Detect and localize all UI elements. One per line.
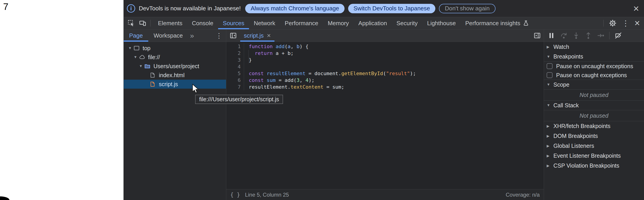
infobar-actions: Always match Chrome's languageSwitch Dev…: [245, 4, 496, 13]
code-line[interactable]: 5const resultElement = document.getEleme…: [226, 70, 544, 77]
collapsed-arrow-icon: ▶: [547, 45, 554, 49]
infobar-button-don-t-show-again[interactable]: Don't show again: [439, 4, 496, 13]
line-number[interactable]: 7: [226, 84, 244, 90]
expanded-arrow-icon[interactable]: ▼: [127, 46, 133, 50]
expanded-arrow-icon: ▼: [547, 55, 554, 59]
expanded-arrow-icon[interactable]: ▼: [132, 55, 138, 59]
section-breakpoints[interactable]: ▼Breakpoints: [544, 52, 644, 62]
tab-network[interactable]: Network: [249, 17, 280, 29]
file-tab-scriptjs[interactable]: script.js ×: [240, 29, 274, 42]
tab-application[interactable]: Application: [354, 17, 392, 29]
step-over-icon[interactable]: [560, 32, 568, 39]
checkbox-box[interactable]: [547, 63, 552, 69]
checkbox-box[interactable]: [547, 72, 552, 78]
code-editor[interactable]: 1function add(a, b) {2 return a + b;3}45…: [226, 42, 544, 189]
editor-tab-strip: script.js ×: [226, 29, 544, 42]
tree-item-script-js[interactable]: script.js: [124, 80, 226, 89]
devtools-close-icon[interactable]: ×: [634, 18, 640, 28]
navigator-kebab-icon[interactable]: ⋮: [216, 29, 226, 42]
tab-elements[interactable]: Elements: [153, 17, 187, 29]
step-out-icon[interactable]: [584, 32, 592, 39]
step-into-icon[interactable]: [572, 32, 580, 39]
collapsed-arrow-icon: ▶: [547, 164, 554, 168]
code-line-text: function add(a, b) {: [244, 43, 308, 50]
main-tabs: ElementsConsoleSourcesNetworkPerformance…: [153, 17, 534, 29]
section-global-listeners[interactable]: ▶Global Listeners: [544, 141, 644, 151]
code-line[interactable]: 3}: [226, 57, 544, 63]
step-icon[interactable]: [597, 32, 605, 39]
more-tabs-icon[interactable]: »: [188, 29, 196, 42]
code-line-text: resultElement.textContent = sum;: [244, 84, 344, 90]
tree-item-label: top: [143, 45, 150, 51]
language-infobar: i DevTools is now available in Japanese!…: [124, 0, 644, 17]
tab-page[interactable]: Page: [124, 29, 148, 42]
section-csp-violation-breakpoints[interactable]: ▶CSP Violation Breakpoints: [544, 161, 644, 171]
toolbar-separator: [150, 20, 150, 26]
section-event-listener-breakpoints[interactable]: ▶Event Listener Breakpoints: [544, 151, 644, 161]
expanded-arrow-icon[interactable]: ▼: [138, 64, 144, 68]
device-toolbar-icon[interactable]: [138, 19, 147, 27]
inspect-element-icon[interactable]: [127, 19, 135, 27]
settings-gear-icon[interactable]: [608, 19, 617, 27]
debugger-sidebar: ▶Watch▼BreakpointsPause on uncaught exce…: [544, 29, 644, 200]
tree-item-index-html[interactable]: index.html: [124, 71, 226, 80]
section-watch[interactable]: ▶Watch: [544, 42, 644, 52]
infobar-close-icon[interactable]: ×: [633, 3, 639, 13]
deactivate-breakpoints-icon[interactable]: [614, 32, 622, 39]
line-number[interactable]: 4: [226, 63, 244, 70]
more-options-kebab-icon[interactable]: ⋮: [622, 19, 629, 28]
flask-icon: [522, 19, 529, 27]
checkbox-pause-on-caught-exceptions[interactable]: Pause on caught exceptions: [544, 71, 644, 80]
tab-sources[interactable]: Sources: [218, 17, 249, 29]
tab-label: Performance insights: [465, 20, 520, 27]
line-number[interactable]: 1: [226, 43, 244, 50]
code-line-text: }: [244, 57, 252, 63]
tree-item-users-user-project[interactable]: ▼Users/user/project: [124, 62, 226, 71]
code-line[interactable]: 1function add(a, b) {: [226, 43, 544, 50]
hide-navigator-icon[interactable]: [226, 29, 240, 42]
line-number[interactable]: 3: [226, 57, 244, 63]
tree-item-file[interactable]: ▼file://: [124, 53, 226, 62]
pretty-print-icon[interactable]: { }: [230, 192, 240, 198]
tab-workspace[interactable]: Workspace: [148, 29, 188, 42]
file-tab-close-icon[interactable]: ×: [267, 32, 271, 39]
section-call-stack[interactable]: ▼Call Stack: [544, 100, 644, 110]
file-icon-orange: [150, 81, 158, 87]
section-label: XHR/fetch Breakpoints: [554, 123, 610, 129]
tab-lighthouse[interactable]: Lighthouse: [422, 17, 460, 29]
section-dom-breakpoints[interactable]: ▶DOM Breakpoints: [544, 131, 644, 141]
tab-label: Memory: [328, 20, 349, 27]
bottom-left-shape: [0, 197, 10, 200]
code-line-text: return a + b;: [244, 50, 294, 57]
code-line[interactable]: 7resultElement.textContent = sum;: [226, 84, 544, 90]
tab-security[interactable]: Security: [392, 17, 422, 29]
infobar-button-switch-devtools-to-japanese[interactable]: Switch DevTools to Japanese: [348, 4, 436, 13]
editor-pane: script.js × 1function add(a, b) {2 retur…: [226, 29, 544, 200]
tab-console[interactable]: Console: [187, 17, 218, 29]
pause-icon[interactable]: [548, 32, 555, 39]
tab-memory[interactable]: Memory: [323, 17, 354, 29]
section-xhr-fetch-breakpoints[interactable]: ▶XHR/fetch Breakpoints: [544, 121, 644, 131]
code-line[interactable]: 2 return a + b;: [226, 50, 544, 57]
line-number[interactable]: 6: [226, 77, 244, 84]
code-line-text: const sum = add(3, 4);: [244, 77, 314, 84]
tab-performance[interactable]: Performance: [280, 17, 323, 29]
checkbox-label: Pause on uncaught exceptions: [556, 63, 633, 69]
tab-performance-insights[interactable]: Performance insights: [460, 17, 534, 29]
file-icon: [150, 72, 158, 78]
tree-item-top[interactable]: ▼top: [124, 44, 226, 53]
tab-label: Application: [358, 20, 387, 27]
code-line[interactable]: 6const sum = add(3, 4);: [226, 77, 544, 84]
section-scope[interactable]: ▼Scope: [544, 80, 644, 90]
code-line[interactable]: 4: [226, 63, 544, 70]
tab-label: Elements: [158, 20, 182, 27]
show-debugger-sidebar-icon[interactable]: [531, 29, 544, 42]
checkbox-pause-on-uncaught-exceptions[interactable]: Pause on uncaught exceptions: [544, 62, 644, 71]
line-number[interactable]: 2: [226, 50, 244, 57]
toolbar-separator: [604, 20, 604, 26]
editor-statusbar: { } Line 5, Column 25 Coverage: n/a: [226, 189, 544, 200]
infobar-button-always-match-chrome-s-language[interactable]: Always match Chrome's language: [245, 4, 344, 13]
line-number[interactable]: 5: [226, 70, 244, 77]
collapsed-arrow-icon: ▶: [547, 124, 554, 128]
tab-label: Lighthouse: [427, 20, 456, 27]
